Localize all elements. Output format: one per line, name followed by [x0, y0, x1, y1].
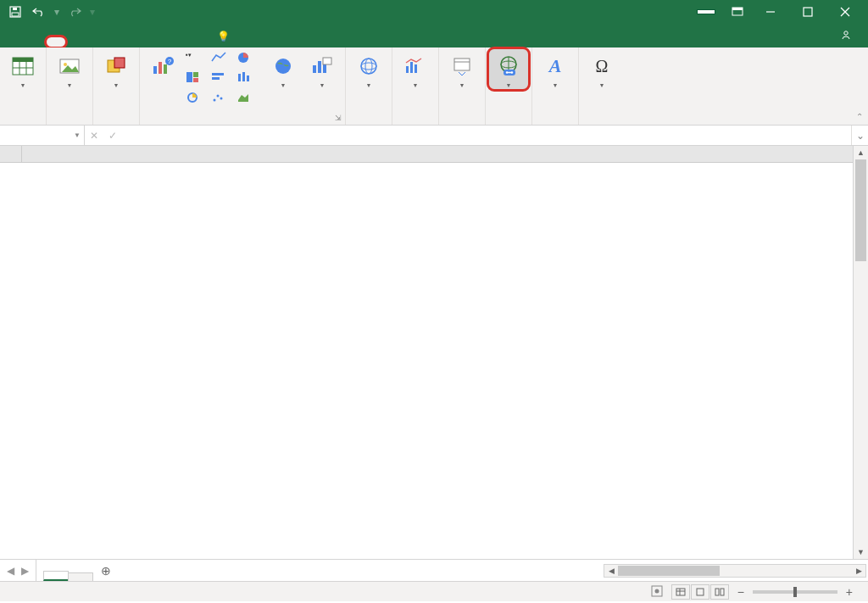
select-all-corner[interactable]: [0, 146, 22, 163]
text-icon: A: [542, 53, 569, 80]
svg-point-35: [217, 95, 220, 98]
sheet-tab-active[interactable]: [43, 571, 69, 581]
scroll-left-icon[interactable]: ◀: [604, 565, 618, 577]
combo-chart-icon[interactable]: [186, 92, 209, 110]
svg-rect-38: [313, 65, 316, 73]
scroll-right-icon[interactable]: ▶: [852, 565, 865, 577]
pie-chart-icon[interactable]: [236, 51, 260, 70]
expand-formula-bar-icon[interactable]: ⌄: [851, 126, 868, 145]
cells[interactable]: [22, 163, 853, 559]
ribbon-display-options-icon[interactable]: [724, 0, 751, 24]
stats-chart-icon[interactable]: [236, 71, 260, 90]
3dmap-button[interactable]: ▼: [349, 49, 388, 89]
tables-button[interactable]: ▼: [3, 49, 42, 89]
scroll-thumb[interactable]: [855, 159, 866, 261]
tab-home[interactable]: [25, 36, 46, 47]
filters-button[interactable]: ▼: [442, 49, 481, 89]
pictures-icon: [56, 53, 83, 80]
quick-access-toolbar: ▾ ▾: [0, 3, 97, 21]
chart-gallery: ▪▾: [182, 49, 264, 112]
normal-view-icon[interactable]: [671, 584, 690, 600]
illustrations-button[interactable]: ▼: [50, 49, 89, 89]
page-layout-view-icon[interactable]: [691, 584, 709, 600]
group-sparklines: ▼: [392, 47, 439, 125]
group-charts: ? ▪▾ ▼ ▼ ⇲: [140, 47, 346, 125]
svg-rect-62: [697, 589, 704, 595]
cancel-icon[interactable]: ✕: [85, 126, 103, 145]
close-button[interactable]: [827, 0, 863, 24]
formula-bar[interactable]: [146, 126, 851, 145]
sparklines-button[interactable]: ▼: [396, 49, 435, 89]
table-icon: [9, 53, 36, 80]
svg-rect-28: [212, 73, 224, 75]
tab-review[interactable]: [127, 36, 147, 47]
tab-file[interactable]: [5, 36, 25, 47]
enter-icon[interactable]: ✓: [103, 126, 122, 145]
save-icon[interactable]: [5, 3, 25, 21]
maps-button[interactable]: ▼: [264, 49, 303, 89]
maps-icon: [270, 53, 297, 80]
person-icon: [841, 30, 851, 42]
maximize-button[interactable]: [790, 0, 826, 24]
bar-chart-icon[interactable]: [211, 71, 235, 90]
group-launcher-icon[interactable]: ⇲: [333, 114, 343, 124]
namebox-dropdown-icon[interactable]: ▼: [74, 131, 81, 139]
surface-chart-icon[interactable]: [236, 92, 260, 110]
sparkline-icon: [402, 53, 429, 80]
tab-view[interactable]: [147, 36, 168, 47]
pivotchart-button[interactable]: ▼: [303, 49, 342, 89]
text-button[interactable]: A ▼: [536, 49, 575, 89]
hscroll-thumb[interactable]: [618, 566, 720, 576]
svg-rect-45: [406, 66, 409, 73]
zoom-in-icon[interactable]: +: [846, 585, 853, 599]
page-break-view-icon[interactable]: [710, 584, 729, 600]
name-box[interactable]: ▼: [0, 126, 85, 145]
line-chart-icon[interactable]: [211, 51, 235, 70]
svg-rect-20: [159, 62, 162, 74]
sheet-nav[interactable]: ◀▶: [0, 560, 36, 581]
add-sheet-button[interactable]: ⊕: [92, 561, 120, 581]
treemap-chart-icon[interactable]: [186, 71, 209, 90]
tab-data[interactable]: [107, 36, 127, 47]
group-label-charts: ⇲: [140, 123, 345, 125]
macro-record-icon[interactable]: [651, 585, 663, 599]
addins-button[interactable]: ▼: [97, 49, 136, 89]
login-button[interactable]: [697, 9, 715, 14]
horizontal-scrollbar[interactable]: ◀ ▶: [604, 564, 866, 578]
tab-help[interactable]: [188, 36, 209, 47]
sheet-next-icon[interactable]: ▶: [21, 565, 29, 577]
zoom-slider[interactable]: [753, 590, 837, 594]
minimize-button[interactable]: [753, 0, 788, 24]
pivotchart-icon: [309, 53, 336, 80]
svg-rect-47: [415, 64, 417, 73]
tab-insert[interactable]: [46, 36, 66, 47]
svg-point-43: [361, 63, 376, 70]
qat-dropdown-icon[interactable]: ▾: [90, 6, 95, 18]
svg-rect-29: [212, 77, 220, 80]
link-button[interactable]: ▼: [489, 49, 528, 89]
qat-separator: ▾: [54, 6, 59, 18]
redo-icon[interactable]: [64, 3, 85, 21]
undo-icon[interactable]: [29, 3, 49, 21]
titlebar: ▾ ▾: [0, 0, 868, 24]
tab-developer[interactable]: [168, 36, 188, 47]
tell-me[interactable]: 💡: [209, 25, 242, 47]
svg-rect-11: [13, 58, 33, 62]
scroll-down-icon[interactable]: ▼: [854, 545, 868, 559]
recommended-charts-button[interactable]: ?: [143, 49, 182, 81]
vertical-scrollbar[interactable]: ▲ ▼: [853, 146, 868, 559]
svg-point-34: [214, 99, 216, 102]
column-chart-icon[interactable]: ▪▾: [186, 51, 209, 70]
tab-formulas[interactable]: [86, 36, 107, 47]
zoom-out-icon[interactable]: −: [737, 585, 744, 599]
sheet-tab-2[interactable]: [68, 572, 93, 581]
tab-page-layout[interactable]: [66, 36, 86, 47]
scatter-chart-icon[interactable]: [211, 92, 235, 110]
symbols-button[interactable]: Ω ▼: [582, 49, 621, 89]
share-button[interactable]: [832, 25, 863, 47]
collapse-ribbon-icon[interactable]: ⌃: [856, 112, 863, 121]
scroll-up-icon[interactable]: ▲: [854, 146, 868, 159]
sheet-prev-icon[interactable]: ◀: [7, 565, 14, 577]
group-text: A ▼: [532, 47, 579, 125]
fx-icon[interactable]: [122, 126, 146, 145]
